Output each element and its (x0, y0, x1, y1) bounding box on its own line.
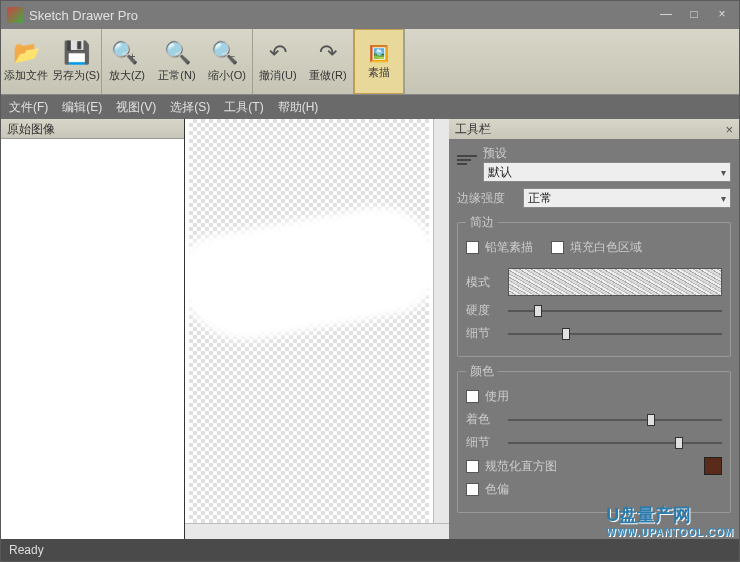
detail-label: 细节 (466, 325, 500, 342)
tint-row: 着色 (466, 411, 722, 428)
use-row: 使用 (466, 388, 722, 405)
detail-row: 细节 (466, 325, 722, 342)
zoom-out-label: 缩小(O) (208, 68, 246, 83)
zoom-in-button[interactable]: 🔍+ 放大(Z) (102, 29, 152, 94)
undo-icon: ↶ (269, 40, 287, 66)
color-detail-slider[interactable] (508, 435, 722, 451)
color-bias-checkbox[interactable] (466, 483, 479, 496)
canvas-stroke (185, 197, 433, 350)
folder-open-icon: 📂 (13, 40, 40, 66)
detail-slider[interactable] (508, 326, 722, 342)
redo-button[interactable]: ↷ 重做(R) (303, 29, 353, 94)
tool-group-sketch: 🖼️ 素描 (354, 29, 405, 94)
app-icon (7, 7, 23, 23)
main-area: 原始图像 工具栏 × 预设 默认 (1, 119, 739, 539)
menu-help[interactable]: 帮助(H) (278, 99, 319, 116)
sketch-button[interactable]: 🖼️ 素描 (354, 29, 404, 94)
left-panel-header: 原始图像 (1, 119, 184, 139)
color-bias-label: 色偏 (485, 481, 509, 498)
save-icon: 💾 (63, 40, 90, 66)
pencil-sketch-checkbox[interactable] (466, 241, 479, 254)
right-panel-body: 预设 默认 边缘强度 正常 简边 铅笔素描 填充白色区域 (449, 139, 739, 539)
edge-strength-value: 正常 (528, 190, 552, 207)
save-as-label: 另存为(S) (52, 68, 100, 83)
redo-label: 重做(R) (309, 68, 346, 83)
tint-label: 着色 (466, 411, 500, 428)
original-image-area (1, 139, 184, 539)
pencil-sketch-label: 铅笔素描 (485, 239, 533, 256)
pencil-sketch-row: 铅笔素描 (466, 239, 533, 256)
center-panel (185, 119, 449, 539)
tool-group-zoom: 🔍+ 放大(Z) 🔍 正常(N) 🔍− 缩小(O) (102, 29, 253, 94)
menu-edit[interactable]: 编辑(E) (62, 99, 102, 116)
texture-select[interactable] (508, 268, 722, 296)
redo-icon: ↷ (319, 40, 337, 66)
normalize-hist-row: 规范化直方图 (466, 457, 722, 475)
mode-label: 模式 (466, 274, 500, 291)
normalize-hist-checkbox[interactable] (466, 460, 479, 473)
zoom-normal-button[interactable]: 🔍 正常(N) (152, 29, 202, 94)
menu-view[interactable]: 视图(V) (116, 99, 156, 116)
right-panel-header: 工具栏 × (449, 119, 739, 139)
menu-tools[interactable]: 工具(T) (224, 99, 263, 116)
preset-label: 预设 (483, 145, 731, 162)
zoom-normal-icon: 🔍 (164, 40, 191, 66)
vertical-scrollbar[interactable] (433, 119, 449, 523)
panel-close-icon[interactable]: × (725, 122, 733, 137)
horizontal-scrollbar[interactable] (185, 523, 449, 539)
zoom-in-label: 放大(Z) (109, 68, 145, 83)
zoom-in-icon: 🔍+ (111, 40, 144, 66)
left-panel: 原始图像 (1, 119, 185, 539)
menu-select[interactable]: 选择(S) (170, 99, 210, 116)
right-panel: 工具栏 × 预设 默认 边缘强度 正常 简边 铅笔素描 (449, 119, 739, 539)
minimize-button[interactable]: — (655, 7, 677, 23)
save-as-button[interactable]: 💾 另存为(S) (51, 29, 101, 94)
tool-group-file: 📂 添加文件 💾 另存为(S) (1, 29, 102, 94)
window-buttons: — □ × (655, 7, 733, 23)
fill-white-row: 填充白色区域 (551, 239, 642, 256)
use-checkbox[interactable] (466, 390, 479, 403)
preset-value: 默认 (488, 164, 512, 181)
tint-slider[interactable] (508, 412, 722, 428)
title-bar: Sketch Drawer Pro — □ × (1, 1, 739, 29)
undo-button[interactable]: ↶ 撤消(U) (253, 29, 303, 94)
sketch-label: 素描 (368, 65, 390, 80)
status-bar: Ready (1, 539, 739, 561)
color-detail-label: 细节 (466, 434, 500, 451)
color-group: 颜色 使用 着色 细节 规范化直方图 (457, 363, 731, 513)
zoom-normal-label: 正常(N) (158, 68, 195, 83)
use-label: 使用 (485, 388, 509, 405)
maximize-button[interactable]: □ (683, 7, 705, 23)
hardness-slider[interactable] (508, 303, 722, 319)
normalize-hist-label: 规范化直方图 (485, 458, 557, 475)
preset-icon (457, 155, 477, 173)
fill-white-checkbox[interactable] (551, 241, 564, 254)
close-button[interactable]: × (711, 7, 733, 23)
right-panel-title: 工具栏 (455, 121, 725, 138)
zoom-out-button[interactable]: 🔍− 缩小(O) (202, 29, 252, 94)
tool-group-history: ↶ 撤消(U) ↷ 重做(R) (253, 29, 354, 94)
pencil-group: 简边 铅笔素描 填充白色区域 模式 硬度 (457, 214, 731, 357)
open-label: 添加文件 (4, 68, 48, 83)
menu-file[interactable]: 文件(F) (9, 99, 48, 116)
edge-strength-label: 边缘强度 (457, 190, 517, 207)
hardness-label: 硬度 (466, 302, 500, 319)
edge-strength-select[interactable]: 正常 (523, 188, 731, 208)
undo-label: 撤消(U) (259, 68, 296, 83)
color-swatch[interactable] (704, 457, 722, 475)
color-bias-row: 色偏 (466, 481, 722, 498)
open-button[interactable]: 📂 添加文件 (1, 29, 51, 94)
canvas-wrap (185, 119, 449, 523)
preset-select[interactable]: 默认 (483, 162, 731, 182)
mode-row: 模式 (466, 268, 722, 296)
canvas-area[interactable] (185, 119, 433, 523)
toolbar: 📂 添加文件 💾 另存为(S) 🔍+ 放大(Z) 🔍 正常(N) 🔍− 缩小(O… (1, 29, 739, 95)
status-text: Ready (9, 543, 731, 557)
preset-row: 预设 默认 (457, 145, 731, 182)
pencil-group-legend: 简边 (466, 214, 498, 231)
color-group-legend: 颜色 (466, 363, 498, 380)
edge-strength-row: 边缘强度 正常 (457, 188, 731, 208)
canvas-checker (189, 119, 429, 523)
hardness-row: 硬度 (466, 302, 722, 319)
fill-white-label: 填充白色区域 (570, 239, 642, 256)
